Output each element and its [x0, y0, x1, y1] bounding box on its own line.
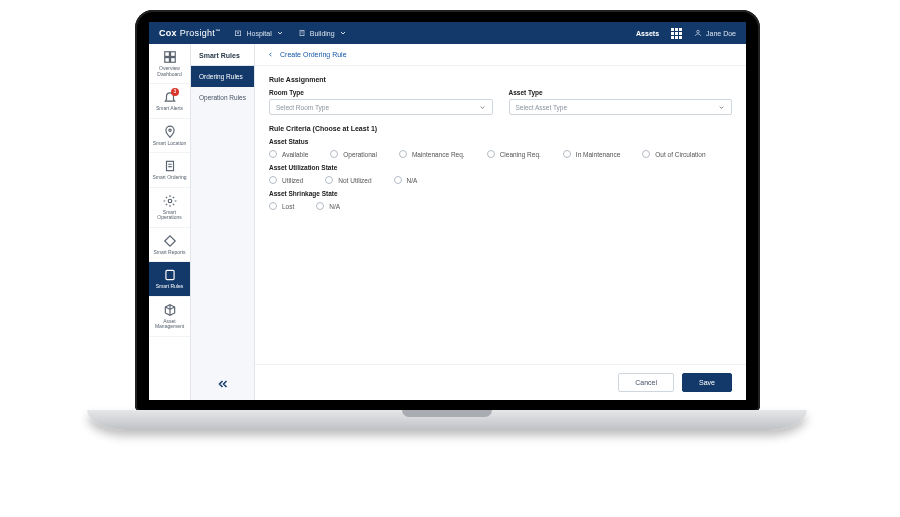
chevron-down-icon [718, 104, 725, 111]
radio-label: N/A [329, 203, 340, 210]
radio-label: Out of Circulation [655, 151, 705, 158]
nav-rail: Overview Dashboard 3 Smart Alerts Smart … [149, 44, 191, 400]
section-rule-assignment: Rule Assignment [269, 76, 732, 83]
pin-icon [163, 125, 177, 139]
radio-icon [316, 202, 324, 210]
asset-status-options: AvailableOperationalMaintenance Req.Clea… [269, 150, 732, 158]
svg-point-2 [697, 30, 700, 33]
asset-status-option[interactable]: In Maintenance [563, 150, 620, 158]
radio-icon [642, 150, 650, 158]
nav-smart-rules[interactable]: Smart Rules [149, 262, 190, 297]
asset-shrinkage-option[interactable]: Lost [269, 202, 294, 210]
chevron-double-left-icon [217, 378, 229, 390]
svg-rect-4 [170, 52, 175, 57]
asset-utilization-option[interactable]: Utilized [269, 176, 303, 184]
radio-label: Operational [343, 151, 377, 158]
assets-link[interactable]: Assets [636, 30, 659, 37]
cancel-button[interactable]: Cancel [618, 373, 674, 392]
room-type-select[interactable]: Select Room Type [269, 99, 493, 115]
subnav-ordering-rules[interactable]: Ordering Rules [191, 66, 254, 87]
top-bar: Cox Prosight™ Hospital Building Assets [149, 22, 746, 44]
nav-smart-reports[interactable]: Smart Reports [149, 228, 190, 263]
radio-icon [269, 176, 277, 184]
asset-utilization-options: UtilizedNot UtilizedN/A [269, 176, 732, 184]
chevron-down-icon [339, 29, 347, 37]
gear-icon [163, 194, 177, 208]
asset-type-label: Asset Type [509, 89, 733, 96]
svg-rect-3 [164, 52, 169, 57]
hospital-dropdown[interactable]: Hospital [234, 29, 283, 37]
radio-label: Lost [282, 203, 294, 210]
clipboard-icon [163, 159, 177, 173]
room-type-label: Room Type [269, 89, 493, 96]
nav-smart-location[interactable]: Smart Location [149, 119, 190, 154]
svg-rect-5 [164, 58, 169, 63]
app-screen: Cox Prosight™ Hospital Building Assets [149, 22, 746, 400]
nav-asset-management[interactable]: Asset Management [149, 297, 190, 337]
chevron-down-icon [276, 29, 284, 37]
chevron-left-icon [267, 51, 274, 58]
radio-label: Utilized [282, 177, 303, 184]
svg-rect-1 [300, 30, 304, 35]
radio-label: In Maintenance [576, 151, 620, 158]
asset-status-option[interactable]: Out of Circulation [642, 150, 705, 158]
asset-utilization-option[interactable]: Not Utilized [325, 176, 371, 184]
radio-icon [563, 150, 571, 158]
sub-nav: Smart Rules Ordering Rules Operation Rul… [191, 44, 255, 400]
radio-icon [399, 150, 407, 158]
building-dropdown[interactable]: Building [298, 29, 347, 37]
radio-icon [269, 150, 277, 158]
building-icon [298, 29, 306, 37]
radio-label: Maintenance Req. [412, 151, 465, 158]
asset-status-option[interactable]: Cleaning Req. [487, 150, 541, 158]
nav-smart-operations[interactable]: Smart Operations [149, 188, 190, 228]
radio-label: N/A [407, 177, 418, 184]
svg-point-9 [168, 199, 172, 203]
radio-icon [269, 202, 277, 210]
svg-rect-6 [170, 58, 175, 63]
collapse-subnav[interactable] [191, 378, 254, 390]
subnav-operation-rules[interactable]: Operation Rules [191, 87, 254, 108]
save-button[interactable]: Save [682, 373, 732, 392]
brand-logo: Cox Prosight™ [159, 28, 220, 38]
radio-icon [325, 176, 333, 184]
laptop-base [87, 410, 807, 430]
hospital-icon [234, 29, 242, 37]
user-menu[interactable]: Jane Doe [694, 29, 736, 37]
chevron-down-icon [479, 104, 486, 111]
radio-icon [487, 150, 495, 158]
svg-rect-10 [165, 270, 173, 279]
group-asset-shrinkage: Asset Shrinkage State [269, 190, 732, 197]
asset-shrinkage-option[interactable]: N/A [316, 202, 340, 210]
user-icon [694, 29, 702, 37]
nav-smart-ordering[interactable]: Smart Ordering [149, 153, 190, 188]
breadcrumb-back[interactable]: Create Ordering Rule [255, 44, 746, 66]
group-asset-utilization: Asset Utilization State [269, 164, 732, 171]
asset-status-option[interactable]: Available [269, 150, 308, 158]
asset-shrinkage-options: LostN/A [269, 202, 732, 210]
radio-icon [394, 176, 402, 184]
asset-utilization-option[interactable]: N/A [394, 176, 418, 184]
group-asset-status: Asset Status [269, 138, 732, 145]
nav-smart-alerts[interactable]: 3 Smart Alerts [149, 84, 190, 119]
radio-label: Cleaning Req. [500, 151, 541, 158]
dashboard-icon [163, 50, 177, 64]
tag-icon [163, 234, 177, 248]
radio-label: Available [282, 151, 308, 158]
box-icon [163, 303, 177, 317]
apps-grid-icon[interactable] [671, 28, 682, 39]
subnav-title: Smart Rules [191, 44, 254, 66]
main-panel: Create Ordering Rule Rule Assignment Roo… [255, 44, 746, 400]
footer-actions: Cancel Save [255, 364, 746, 400]
section-rule-criteria: Rule Criteria (Choose at Least 1) [269, 125, 732, 132]
asset-type-select[interactable]: Select Asset Type [509, 99, 733, 115]
alerts-badge: 3 [171, 88, 179, 96]
radio-icon [330, 150, 338, 158]
rules-icon [163, 268, 177, 282]
svg-point-7 [168, 129, 170, 131]
asset-status-option[interactable]: Operational [330, 150, 377, 158]
radio-label: Not Utilized [338, 177, 371, 184]
asset-status-option[interactable]: Maintenance Req. [399, 150, 465, 158]
nav-overview-dashboard[interactable]: Overview Dashboard [149, 44, 190, 84]
